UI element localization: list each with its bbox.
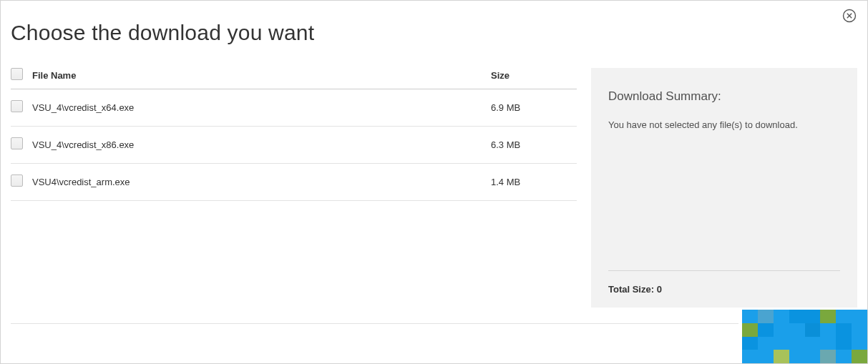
file-checkbox[interactable] bbox=[11, 137, 23, 149]
summary-title: Download Summary: bbox=[608, 89, 840, 104]
file-name-label: VSU4\vcredist_arm.exe bbox=[32, 177, 491, 187]
file-list-header: File Name Size bbox=[11, 68, 577, 89]
download-summary-panel: Download Summary: You have not selected … bbox=[591, 68, 857, 308]
file-row[interactable]: VSU4\vcredist_arm.exe 1.4 MB bbox=[11, 164, 577, 201]
file-row[interactable]: VSU_4\vcredist_x64.exe 6.9 MB bbox=[11, 89, 577, 127]
summary-total-size: Total Size: 0 bbox=[608, 284, 840, 295]
file-name-label: VSU_4\vcredist_x64.exe bbox=[32, 102, 491, 113]
footer-divider bbox=[11, 323, 738, 324]
file-name-label: VSU_4\vcredist_x86.exe bbox=[32, 139, 491, 150]
file-size-label: 1.4 MB bbox=[491, 177, 577, 187]
column-header-filename: File Name bbox=[32, 70, 491, 81]
summary-divider bbox=[608, 270, 840, 271]
file-checkbox[interactable] bbox=[11, 100, 23, 112]
file-size-label: 6.3 MB bbox=[491, 139, 577, 150]
decorative-mosaic bbox=[742, 310, 867, 363]
file-list-panel: File Name Size VSU_4\vcredist_x64.exe 6.… bbox=[11, 68, 577, 308]
file-checkbox[interactable] bbox=[11, 174, 23, 187]
column-header-size: Size bbox=[491, 70, 577, 81]
page-title: Choose the download you want bbox=[1, 1, 867, 45]
file-size-label: 6.9 MB bbox=[491, 102, 577, 113]
file-row[interactable]: VSU_4\vcredist_x86.exe 6.3 MB bbox=[11, 127, 577, 164]
select-all-checkbox[interactable] bbox=[11, 68, 23, 80]
content-area: File Name Size VSU_4\vcredist_x64.exe 6.… bbox=[1, 45, 867, 308]
close-icon bbox=[842, 9, 857, 23]
summary-message: You have not selected any file(s) to dow… bbox=[608, 119, 840, 270]
close-button[interactable] bbox=[842, 8, 857, 24]
